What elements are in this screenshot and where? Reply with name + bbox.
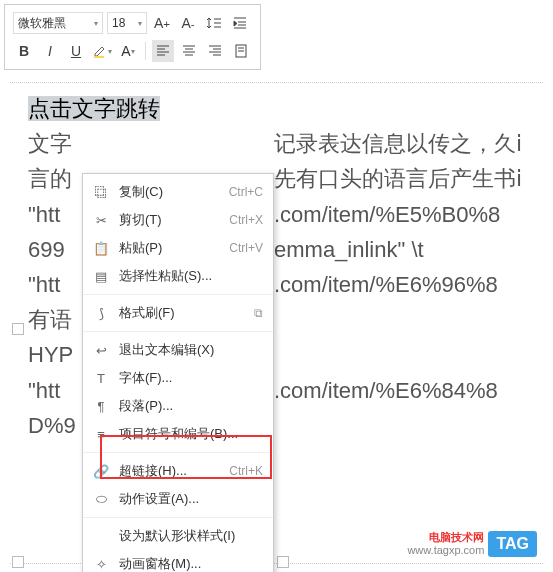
menu-label: 选择性粘贴(S)... [119, 267, 253, 285]
cut-icon: ✂ [93, 212, 109, 228]
menu-copy[interactable]: ⿻复制(C)Ctrl+C [83, 178, 273, 206]
copy-icon: ⿻ [93, 184, 109, 200]
anim-icon: ✧ [93, 556, 109, 572]
watermark-url: www.tagxp.com [407, 544, 484, 557]
vertical-align-button[interactable] [230, 40, 252, 62]
menu-link[interactable]: 🔗超链接(H)...Ctrl+K [83, 457, 273, 485]
action-icon: ⬭ [93, 491, 109, 507]
paste-icon: 📋 [93, 240, 109, 256]
menu-shortcut: Ctrl+K [229, 464, 263, 478]
menu-anim[interactable]: ✧动画窗格(M)... [83, 550, 273, 572]
floating-toolbar: 微软雅黑▾ 18▾ A+ A- B I U ▾ A▾ [4, 4, 261, 70]
menu-label: 格式刷(F) [119, 304, 244, 322]
link-icon: 🔗 [93, 463, 109, 479]
menu-brush[interactable]: ⟆格式刷(F)⧉ [83, 299, 273, 327]
watermark-title: 电脑技术网 [407, 531, 484, 544]
menu-label: 设为默认形状样式(I) [119, 527, 253, 545]
menu-exit[interactable]: ↩退出文本编辑(X) [83, 336, 273, 364]
exit-icon: ↩ [93, 342, 109, 358]
menu-paste[interactable]: 📋粘贴(P)Ctrl+V [83, 234, 273, 262]
line-spacing-button[interactable] [203, 12, 225, 34]
menu-label: 动作设置(A)... [119, 490, 253, 508]
menu-label: 动画窗格(M)... [119, 555, 253, 572]
bull-icon: ≡ [93, 426, 109, 442]
context-menu: ⿻复制(C)Ctrl+C✂剪切(T)Ctrl+X📋粘贴(P)Ctrl+V▤选择性… [82, 173, 274, 572]
menu-action[interactable]: ⬭动作设置(A)... [83, 485, 273, 513]
menu-label: 段落(P)... [119, 397, 253, 415]
font-decrease-button[interactable]: A- [177, 12, 199, 34]
highlight-button[interactable]: ▾ [91, 40, 113, 62]
font-icon: T [93, 370, 109, 386]
menu-label: 项目符号和编号(B)... [119, 425, 253, 443]
align-right-button[interactable] [204, 40, 226, 62]
indent-button[interactable] [229, 12, 251, 34]
menu-shortcut: Ctrl+X [229, 213, 263, 227]
italic-button[interactable]: I [39, 40, 61, 62]
menu-label: 超链接(H)... [119, 462, 219, 480]
bold-button[interactable]: B [13, 40, 35, 62]
align-left-button[interactable] [152, 40, 174, 62]
para-icon: ¶ [93, 398, 109, 414]
body-right-text: 记录表达信息以传之，久ⅰ 先有口头的语言后产生书ⅰ .com/item/%E5%… [274, 126, 522, 443]
menu-label: 剪切(T) [119, 211, 219, 229]
menu-label: 粘贴(P) [119, 239, 219, 257]
font-size-select[interactable]: 18▾ [107, 12, 147, 34]
menu-bull[interactable]: ≡项目符号和编号(B)... [83, 420, 273, 448]
menu-font[interactable]: T字体(F)... [83, 364, 273, 392]
menu-spaste[interactable]: ▤选择性粘贴(S)... [83, 262, 273, 290]
selected-text: 点击文字跳转 [28, 96, 160, 121]
brush-icon: ⟆ [93, 305, 109, 321]
menu-label: 字体(F)... [119, 369, 253, 387]
body-left-text: 文字 言的 "htt 699 "htt 有语 HYP "htt D%9 [28, 126, 84, 443]
menu-label: 退出文本编辑(X) [119, 341, 253, 359]
watermark-tag: TAG [488, 531, 537, 557]
menu-shortcut: Ctrl+V [229, 241, 263, 255]
watermark: 电脑技术网 www.tagxp.com TAG [407, 531, 537, 557]
font-increase-button[interactable]: A+ [151, 12, 173, 34]
font-name-select[interactable]: 微软雅黑▾ [13, 12, 103, 34]
menu-cut[interactable]: ✂剪切(T)Ctrl+X [83, 206, 273, 234]
menu-shortcut: Ctrl+C [229, 185, 263, 199]
font-color-button[interactable]: A▾ [117, 40, 139, 62]
def-icon [93, 528, 109, 544]
svg-rect-0 [94, 56, 104, 58]
menu-def[interactable]: 设为默认形状样式(I) [83, 522, 273, 550]
spaste-icon: ▤ [93, 268, 109, 284]
underline-button[interactable]: U [65, 40, 87, 62]
align-center-button[interactable] [178, 40, 200, 62]
menu-label: 复制(C) [119, 183, 219, 201]
menu-shortcut: ⧉ [254, 306, 263, 320]
slide-area: 点击文字跳转 文字 言的 "htt 699 "htt 有语 HYP "htt D… [10, 82, 543, 564]
menu-para[interactable]: ¶段落(P)... [83, 392, 273, 420]
